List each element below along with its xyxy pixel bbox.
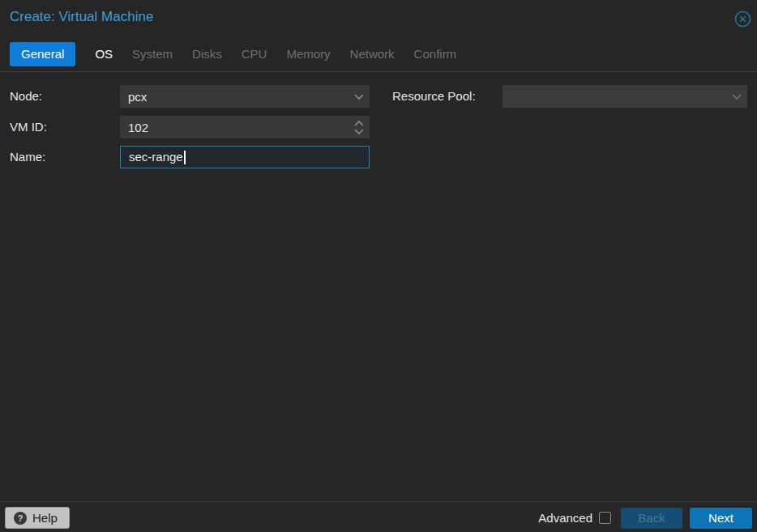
help-button[interactable]: ? Help	[5, 507, 70, 529]
resource-pool-label: Resource Pool:	[392, 85, 476, 108]
create-vm-dialog: Create: Virtual Machine General OS Syste…	[0, 0, 757, 532]
tab-disks: Disks	[192, 42, 222, 66]
tab-cpu: CPU	[242, 42, 267, 66]
tab-os[interactable]: OS	[95, 42, 113, 66]
tab-memory: Memory	[286, 42, 330, 66]
node-label: Node:	[10, 85, 42, 108]
help-button-label: Help	[32, 511, 58, 525]
close-button[interactable]	[733, 10, 751, 28]
chevron-down-icon	[726, 85, 747, 108]
tab-general[interactable]: General	[10, 42, 75, 66]
name-input[interactable]: sec-range	[120, 146, 370, 168]
tab-system: System	[132, 42, 173, 66]
advanced-label: Advanced	[538, 511, 592, 525]
node-value: pcx	[120, 90, 349, 104]
text-cursor	[184, 151, 186, 164]
next-button[interactable]: Next	[690, 508, 752, 529]
spinner-up-down-icon[interactable]	[349, 116, 370, 138]
dialog-footer: ? Help Advanced Back Next	[0, 501, 757, 532]
back-button[interactable]: Back	[621, 508, 682, 529]
vmid-spinner[interactable]: 102	[120, 116, 370, 138]
advanced-checkbox[interactable]	[599, 512, 611, 524]
name-label: Name:	[10, 146, 45, 168]
wizard-tabbar: General OS System Disks CPU Memory Netwo…	[10, 42, 456, 66]
node-combobox[interactable]: pcx	[120, 85, 370, 108]
tab-network: Network	[350, 42, 395, 66]
name-value: sec-range	[121, 150, 369, 165]
chevron-down-icon[interactable]	[349, 85, 370, 108]
question-mark-icon: ?	[14, 512, 27, 525]
tabbar-separator	[0, 71, 757, 72]
vmid-label: VM ID:	[10, 116, 47, 138]
resource-pool-combobox[interactable]	[503, 85, 747, 108]
tab-confirm: Confirm	[414, 42, 457, 66]
dialog-title: Create: Virtual Machine	[10, 9, 153, 25]
vmid-value: 102	[120, 121, 349, 134]
circle-x-icon	[734, 11, 751, 28]
